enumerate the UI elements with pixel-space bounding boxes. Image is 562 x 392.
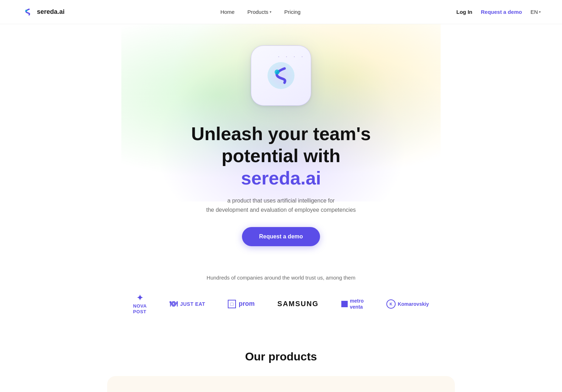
hero-app-icon (251, 45, 311, 106)
language-selector[interactable]: EN ▾ (530, 9, 541, 15)
trust-logo-novapost: ✦ NOVAPOST (133, 293, 147, 314)
request-demo-hero-button[interactable]: Request a demo (242, 227, 320, 246)
nav-pricing[interactable]: Pricing (284, 9, 301, 15)
hero-section: Unleash your team's potential with sered… (0, 24, 562, 260)
nav-links: Home Products ▾ Pricing (220, 9, 301, 15)
komarovskiy-icon: K (386, 299, 396, 309)
hero-title: Unleash your team's potential with sered… (157, 123, 405, 189)
justeat-icon: 🍽 (170, 299, 177, 309)
trust-section: Hundreds of companies around the world t… (0, 260, 562, 336)
novapost-icon: ✦ (137, 293, 143, 303)
svg-text:K: K (390, 302, 392, 306)
navbar: sereda.ai Home Products ▾ Pricing Log In… (0, 0, 562, 24)
trust-text: Hundreds of companies around the world t… (206, 275, 355, 281)
nav-products[interactable]: Products ▾ (247, 9, 271, 15)
nav-right-actions: Log In Request a demo EN ▾ (456, 9, 541, 15)
our-products-title: Our products (245, 350, 317, 363)
svg-point-2 (268, 62, 294, 89)
knowledge-base-card: Knowledge base (107, 376, 455, 392)
logo-text: sereda.ai (37, 8, 65, 16)
trust-logo-justeat: 🍽 JUST EAT (170, 299, 205, 309)
lang-chevron-icon: ▾ (539, 10, 541, 14)
svg-point-3 (275, 70, 280, 74)
trust-logo-metro: metroventa (341, 298, 364, 310)
metro-square-icon (341, 301, 348, 307)
our-products-section: Our products Knowledge base (0, 336, 562, 392)
logo-link[interactable]: sereda.ai (21, 6, 65, 18)
nav-home[interactable]: Home (220, 9, 235, 15)
trust-logo-samsung: SAMSUNG (277, 300, 319, 308)
logo-icon (21, 6, 34, 18)
knowledge-base-title: Knowledge base (244, 390, 317, 392)
prom-icon: □ (228, 300, 236, 308)
login-button[interactable]: Log In (456, 9, 472, 15)
request-demo-nav-button[interactable]: Request a demo (481, 9, 522, 15)
svg-point-0 (21, 6, 34, 18)
trust-logos: ✦ NOVAPOST 🍽 JUST EAT □ prom SAMSUNG met… (133, 293, 429, 314)
svg-point-1 (25, 10, 27, 12)
hero-subtitle: a product that uses artificial intellige… (206, 196, 356, 214)
trust-logo-komarovskiy: K Komarovskiy (386, 299, 429, 309)
hero-logo-svg (265, 60, 297, 92)
trust-logo-prom: □ prom (228, 300, 254, 308)
products-chevron-icon: ▾ (270, 10, 271, 14)
